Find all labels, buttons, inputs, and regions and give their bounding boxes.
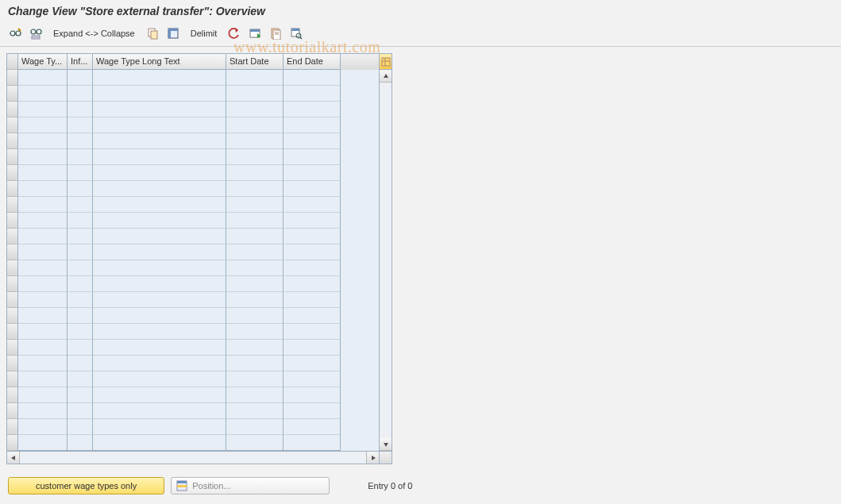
hscroll-track[interactable] (20, 452, 366, 464)
cell-start-date[interactable] (226, 86, 284, 102)
cell-end-date[interactable] (284, 276, 341, 292)
cell-long-text[interactable] (93, 117, 226, 133)
cell-wage-type[interactable] (18, 229, 68, 244)
cell-long-text[interactable] (93, 149, 226, 165)
row-selector[interactable] (7, 435, 18, 451)
cell-end-date[interactable] (284, 387, 341, 403)
row-selector[interactable] (7, 260, 18, 276)
cell-end-date[interactable] (284, 308, 341, 324)
cell-long-text[interactable] (93, 165, 226, 181)
cell-start-date[interactable] (226, 371, 284, 387)
cell-long-text[interactable] (93, 371, 226, 387)
cell-inf[interactable] (68, 165, 93, 181)
cell-start-date[interactable] (226, 276, 284, 292)
row-selector[interactable] (7, 419, 18, 435)
col-long-text[interactable]: Wage Type Long Text (93, 54, 226, 70)
table-row[interactable] (7, 70, 379, 86)
cell-wage-type[interactable] (18, 181, 68, 197)
expand-collapse-button[interactable]: Expand <-> Collapse (48, 25, 141, 41)
cell-wage-type[interactable] (18, 292, 68, 308)
table-row[interactable] (7, 133, 379, 149)
cell-end-date[interactable] (284, 133, 341, 149)
row-selector[interactable] (7, 165, 18, 181)
cell-inf[interactable] (68, 387, 93, 403)
table-row[interactable] (7, 340, 379, 356)
cell-long-text[interactable] (93, 244, 226, 260)
cell-inf[interactable] (68, 149, 93, 165)
cell-start-date[interactable] (226, 244, 284, 260)
cell-inf[interactable] (68, 244, 93, 260)
row-selector[interactable] (7, 324, 18, 340)
row-selector[interactable] (7, 86, 18, 102)
cell-wage-type[interactable] (18, 276, 68, 292)
col-inf[interactable]: Inf... (68, 54, 93, 70)
cell-wage-type[interactable] (18, 403, 68, 419)
table-row[interactable] (7, 244, 379, 260)
cell-end-date[interactable] (284, 435, 341, 451)
cell-start-date[interactable] (226, 387, 284, 403)
table-row[interactable] (7, 371, 379, 387)
row-selector[interactable] (7, 181, 18, 197)
cell-end-date[interactable] (284, 340, 341, 356)
cell-inf[interactable] (68, 117, 93, 133)
cell-long-text[interactable] (93, 276, 226, 292)
delimit-button[interactable]: Delimit (185, 25, 223, 41)
customer-wage-types-button[interactable]: customer wage types only (8, 477, 164, 494)
row-selector[interactable] (7, 213, 18, 229)
scroll-left-button[interactable] (7, 452, 20, 464)
cell-start-date[interactable] (226, 356, 284, 371)
cell-long-text[interactable] (93, 197, 226, 213)
cell-inf[interactable] (68, 197, 93, 213)
cell-wage-type[interactable] (18, 117, 68, 133)
cell-wage-type[interactable] (18, 70, 68, 86)
scroll-up-button[interactable] (380, 70, 392, 83)
cell-end-date[interactable] (284, 149, 341, 165)
select-all-button[interactable] (164, 25, 182, 41)
cell-end-date[interactable] (284, 356, 341, 371)
cell-start-date[interactable] (226, 181, 284, 197)
scroll-right-button[interactable] (366, 452, 379, 464)
table-settings-button[interactable] (287, 25, 305, 41)
cell-inf[interactable] (68, 308, 93, 324)
table-row[interactable] (7, 403, 379, 419)
row-selector[interactable] (7, 229, 18, 244)
cell-start-date[interactable] (226, 133, 284, 149)
cell-wage-type[interactable] (18, 419, 68, 435)
cell-long-text[interactable] (93, 435, 226, 451)
cell-inf[interactable] (68, 371, 93, 387)
cell-end-date[interactable] (284, 86, 341, 102)
table-row[interactable] (7, 435, 379, 451)
cell-inf[interactable] (68, 435, 93, 451)
row-selector[interactable] (7, 387, 18, 403)
row-selector[interactable] (7, 102, 18, 117)
cell-long-text[interactable] (93, 340, 226, 356)
cell-inf[interactable] (68, 292, 93, 308)
cell-wage-type[interactable] (18, 356, 68, 371)
configure-columns-button[interactable] (380, 54, 392, 70)
cell-start-date[interactable] (226, 292, 284, 308)
col-end-date[interactable]: End Date (284, 54, 341, 70)
cell-start-date[interactable] (226, 165, 284, 181)
cell-end-date[interactable] (284, 213, 341, 229)
cell-wage-type[interactable] (18, 86, 68, 102)
cell-inf[interactable] (68, 102, 93, 117)
cell-long-text[interactable] (93, 213, 226, 229)
table-row[interactable] (7, 387, 379, 403)
cell-wage-type[interactable] (18, 102, 68, 117)
row-selector[interactable] (7, 371, 18, 387)
cell-end-date[interactable] (284, 324, 341, 340)
cell-inf[interactable] (68, 260, 93, 276)
cell-end-date[interactable] (284, 102, 341, 117)
cell-end-date[interactable] (284, 229, 341, 244)
scroll-down-button[interactable] (380, 438, 392, 451)
cell-long-text[interactable] (93, 181, 226, 197)
cell-start-date[interactable] (226, 308, 284, 324)
scroll-track[interactable] (380, 83, 392, 438)
col-start-date[interactable]: Start Date (226, 54, 284, 70)
cell-long-text[interactable] (93, 86, 226, 102)
cell-end-date[interactable] (284, 419, 341, 435)
cell-wage-type[interactable] (18, 133, 68, 149)
table-row[interactable] (7, 165, 379, 181)
cell-wage-type[interactable] (18, 260, 68, 276)
cell-wage-type[interactable] (18, 197, 68, 213)
